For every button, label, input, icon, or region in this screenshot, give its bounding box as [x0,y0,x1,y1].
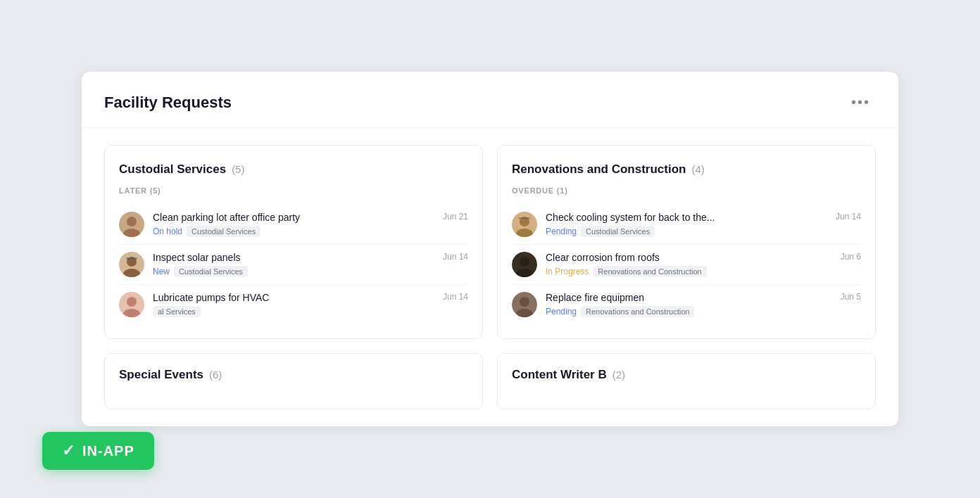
cards-grid: Custodial Services (5) LATER (5) Clean p… [82,128,898,339]
task-date: Jun 5 [841,292,861,302]
special-events-title: Special Events [119,368,203,382]
special-events-card: Special Events (6) [104,353,483,409]
in-app-label: IN-APP [82,443,134,459]
table-row[interactable]: Inspect solar panels Jun 14 New Custodia… [119,245,468,285]
renovations-card: Renovations and Construction (4) OVERDUE… [497,145,876,339]
category-tag: Custodial Services [581,226,655,237]
page-header: Facility Requests ••• [82,72,898,128]
custodial-section-label: LATER (5) [119,186,468,198]
task-top: Clean parking lot after office party Jun… [153,212,468,223]
category-tag: Renovations and Construction [581,306,694,317]
renovations-title: Renovations and Construction [512,162,686,177]
status-badge: Pending [546,226,577,236]
task-info: Clear corrosion from roofs Jun 6 In Prog… [546,252,861,277]
special-events-count: (6) [209,369,222,381]
content-writer-title: Content Writer B [512,368,607,382]
task-tags: Pending Custodial Services [546,226,861,237]
content-writer-header: Content Writer B (2) [498,354,875,393]
task-name: Check cooling system for back to the... [546,212,715,223]
status-badge: In Progress [546,267,589,276]
category-tag: Custodial Services [187,226,260,237]
task-name: Lubricate pumps for HVAC [153,292,269,303]
task-tags: Pending Renovations and Construction [546,306,861,317]
task-top: Replace fire equipmen Jun 5 [546,292,861,303]
page-title: Facility Requests [104,94,232,112]
renovations-card-header: Renovations and Construction (4) [512,162,861,177]
custodial-title: Custodial Services [119,162,226,177]
table-row[interactable]: Clear corrosion from roofs Jun 6 In Prog… [512,245,861,285]
custodial-card-header: Custodial Services (5) [119,162,468,177]
task-top: Inspect solar panels Jun 14 [153,252,468,263]
task-name: Clear corrosion from roofs [546,252,660,263]
bottom-row: Special Events (6) Content Writer B (2) [82,339,898,409]
avatar [119,292,144,317]
renovations-count: (4) [691,163,704,175]
status-badge: New [153,267,170,276]
svg-rect-13 [518,217,531,219]
task-top: Clear corrosion from roofs Jun 6 [546,252,861,263]
category-tag: al Services [153,306,201,317]
svg-point-18 [520,297,529,307]
task-tags: New Custodial Services [153,266,468,277]
in-app-badge: ✓ IN-APP [42,432,154,470]
main-panel: Facility Requests ••• Custodial Services… [82,72,898,426]
svg-point-1 [127,217,137,226]
avatar [119,212,144,237]
category-tag: Renovations and Construction [593,266,706,277]
avatar [119,252,144,277]
task-date: Jun 21 [443,212,468,222]
custodial-card: Custodial Services (5) LATER (5) Clean p… [104,145,483,339]
task-top: Lubricate pumps for HVAC Jun 14 [153,292,468,303]
task-info: Check cooling system for back to the... … [546,212,861,237]
task-date: Jun 6 [841,252,861,262]
task-date: Jun 14 [836,212,861,222]
content-writer-count: (2) [612,369,625,381]
task-info: Inspect solar panels Jun 14 New Custodia… [153,252,468,277]
task-name: Clean parking lot after office party [153,212,300,223]
task-info: Lubricate pumps for HVAC Jun 14 al Servi… [153,292,468,317]
avatar [512,212,537,237]
more-menu-button[interactable]: ••• [846,91,876,113]
task-tags: al Services [153,306,468,317]
status-badge: On hold [153,226,182,236]
svg-point-8 [127,297,137,307]
table-row[interactable]: Replace fire equipmen Jun 5 Pending Reno… [512,285,861,324]
task-info: Replace fire equipmen Jun 5 Pending Reno… [546,292,861,317]
table-row[interactable]: Lubricate pumps for HVAC Jun 14 al Servi… [119,285,468,324]
avatar [512,252,537,277]
category-tag: Custodial Services [174,266,248,277]
table-row[interactable]: Check cooling system for back to the... … [512,205,861,245]
special-events-header: Special Events (6) [105,354,482,393]
table-row[interactable]: Clean parking lot after office party Jun… [119,205,468,245]
task-date: Jun 14 [443,292,468,302]
task-info: Clean parking lot after office party Jun… [153,212,468,237]
task-tags: In Progress Renovations and Construction [546,266,861,277]
renovations-section-label: OVERDUE (1) [512,186,861,198]
content-writer-card: Content Writer B (2) [497,353,876,409]
avatar [512,292,537,317]
task-name: Inspect solar panels [153,252,241,263]
task-name: Replace fire equipmen [546,292,644,303]
custodial-count: (5) [232,163,244,175]
status-badge: Pending [546,307,577,317]
task-tags: On hold Custodial Services [153,226,468,237]
task-date: Jun 14 [443,252,468,262]
check-icon: ✓ [62,442,75,460]
svg-rect-6 [126,257,137,260]
svg-point-15 [520,257,529,267]
task-top: Check cooling system for back to the... … [546,212,861,223]
